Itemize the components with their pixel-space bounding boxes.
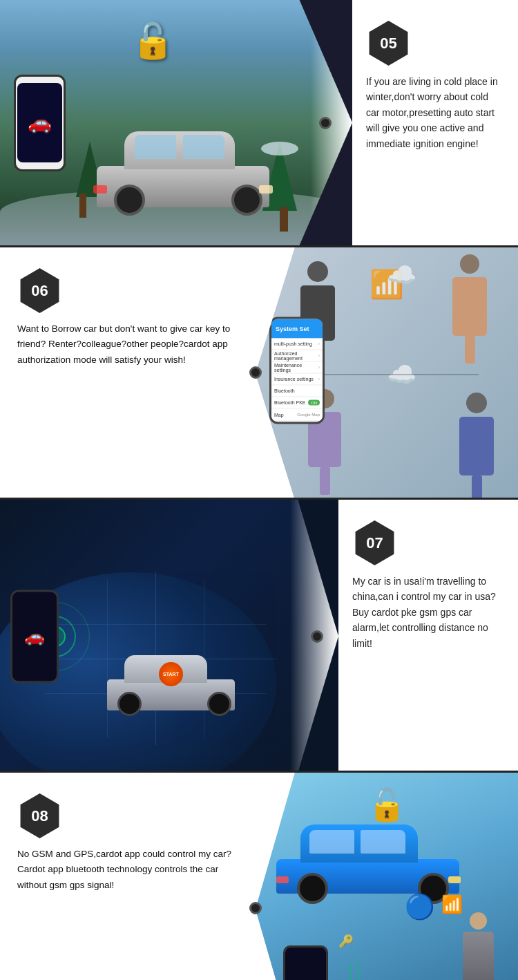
screen-item-4: Insurance settings › bbox=[271, 373, 323, 385]
section-07-image: START 🚗 bbox=[0, 500, 338, 771]
car-blue-08 bbox=[276, 828, 463, 894]
key-icon-08: 🔑 bbox=[338, 934, 354, 949]
screen-item-2: Authorized management › bbox=[271, 350, 323, 361]
lock-icon-05: 🔓 bbox=[131, 21, 174, 61]
connector-dot-07 bbox=[311, 630, 323, 643]
section-07-content: 07 My car is in usa!i'm travelling to ch… bbox=[338, 500, 518, 771]
car-07: START bbox=[104, 659, 242, 710]
screen-item-7: Map Google Map bbox=[271, 408, 323, 420]
section-06-image: 📶 ☁️ ☁️ System Set bbox=[256, 247, 518, 498]
phone-08: 🚗 bbox=[283, 945, 328, 980]
section-06-content: 06 Want to Borrow car but don't want to … bbox=[0, 247, 256, 498]
cloud-icon-06: ☁️ bbox=[387, 261, 417, 290]
wifi-icon-08: 📶 bbox=[441, 894, 463, 914]
phone-mockup-05: 🚗 bbox=[14, 75, 66, 171]
connector-dot-06 bbox=[249, 366, 262, 379]
screen-item-3: Maintenance settings › bbox=[271, 361, 323, 373]
badge-07: 07 bbox=[352, 520, 397, 565]
phone-screen-header: System Set bbox=[271, 319, 323, 338]
section-08-content: 08 No GSM and GPS,cardot app could contr… bbox=[0, 773, 256, 980]
screen-item-5: Bluetooth bbox=[271, 385, 323, 397]
car-image-05 bbox=[90, 131, 276, 207]
section-05-content: 05 If you are living in cold place in wi… bbox=[352, 0, 518, 245]
section-05: 🚗 🔓 05 If you are living in cold place i… bbox=[0, 0, 518, 245]
description-08: No GSM and GPS,cardot app could control … bbox=[17, 847, 238, 893]
cloud-icon-06b: ☁️ bbox=[387, 361, 417, 389]
badge-08: 08 bbox=[17, 793, 62, 838]
description-06: Want to Borrow car but don't want to giv… bbox=[17, 321, 238, 368]
connector-dot-05 bbox=[319, 117, 332, 129]
screen-item-6: Bluetooth PKE ON bbox=[271, 397, 323, 408]
lock-icon-08: 🔓 bbox=[367, 786, 406, 823]
section-08: 08 No GSM and GPS,cardot app could contr… bbox=[0, 771, 518, 980]
description-05: If you are living in cold place in winte… bbox=[366, 74, 504, 151]
start-button: START bbox=[159, 662, 183, 686]
section-08-image: 🔓 🔵 📶 bbox=[256, 773, 518, 980]
section-07: START 🚗 07 My car is in usa!i'm travelli… bbox=[0, 498, 518, 771]
phone-hand-06: System Set multi-push setting › Authoriz… bbox=[269, 317, 332, 431]
description-07: My car is in usa!i'm travelling to china… bbox=[352, 574, 504, 651]
man-figure-08 bbox=[463, 912, 494, 980]
person-4 bbox=[456, 393, 497, 493]
screen-item-1: multi-push setting › bbox=[271, 338, 323, 350]
badge-06: 06 bbox=[17, 268, 62, 313]
phone-07: 🚗 bbox=[10, 590, 59, 683]
bluetooth-icon-08: 🔵 bbox=[405, 893, 435, 921]
section-05-image: 🚗 🔓 bbox=[0, 0, 352, 245]
connector-dot-08 bbox=[249, 902, 262, 914]
section-06: 06 Want to Borrow car but don't want to … bbox=[0, 245, 518, 498]
badge-05: 05 bbox=[366, 21, 411, 66]
person-2 bbox=[449, 254, 490, 355]
